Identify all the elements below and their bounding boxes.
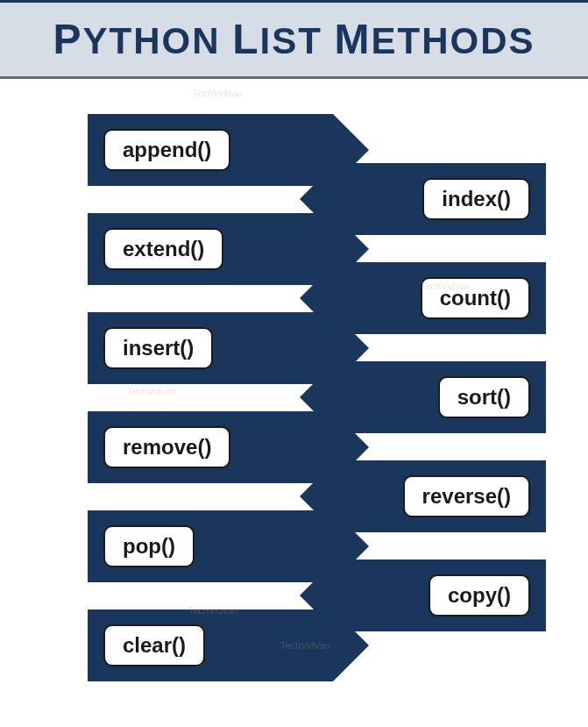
- method-arrow-pop: pop(): [88, 510, 333, 582]
- method-arrow-remove: remove(): [88, 411, 333, 483]
- method-box: pop(): [103, 525, 195, 567]
- diagram-content: append() extend() insert() remove() pop(…: [0, 79, 588, 727]
- method-box: count(): [421, 277, 530, 319]
- method-arrow-clear: clear(): [88, 609, 333, 681]
- method-arrow-insert: insert(): [88, 312, 333, 384]
- page-title: PYTHON LIST METHODS: [53, 18, 535, 61]
- method-arrow-sort: sort(): [336, 361, 546, 433]
- method-box: remove(): [103, 426, 230, 468]
- method-arrow-extend: extend(): [88, 213, 333, 285]
- method-box: reverse(): [403, 475, 530, 517]
- method-box: extend(): [103, 228, 223, 270]
- watermark: TechVidvan: [127, 386, 177, 396]
- method-arrow-copy: copy(): [336, 560, 546, 631]
- method-arrow-append: append(): [88, 114, 333, 186]
- method-box: sort(): [438, 376, 530, 418]
- method-box: insert(): [103, 327, 213, 369]
- method-box: copy(): [429, 574, 530, 617]
- method-box: append(): [103, 129, 230, 171]
- method-arrow-count: count(): [336, 262, 546, 334]
- watermark: TechVidvan: [193, 88, 243, 98]
- method-arrow-index: index(): [336, 163, 546, 235]
- method-box: clear(): [103, 624, 205, 666]
- header: PYTHON LIST METHODS: [0, 0, 588, 79]
- method-arrow-reverse: reverse(): [336, 460, 546, 532]
- method-box: index(): [422, 178, 530, 220]
